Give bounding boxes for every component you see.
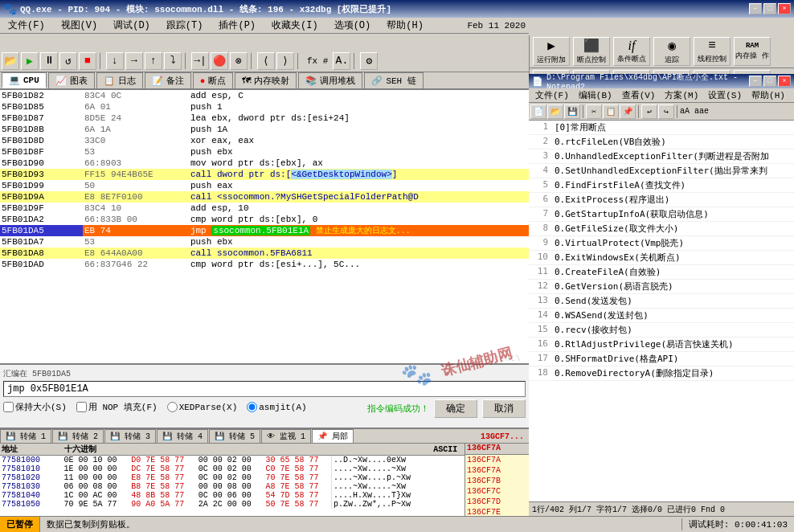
tab-seh[interactable]: 🔗 SEH 链 [364, 72, 423, 88]
np-tb-open[interactable]: 📂 [547, 104, 563, 119]
watch-tab-1[interactable]: 👁 监视 1 [261, 429, 311, 443]
local-tab[interactable]: 📌 局部 [312, 429, 354, 443]
table-row[interactable]: 5FB01D8B6A 1Apush 1A [0, 124, 529, 135]
np-tb-cut[interactable]: ✂ [586, 104, 602, 119]
table-row[interactable]: 77581050 70 9E 5A 77 90 A0 5A 77 2A 2C 0… [0, 500, 465, 509]
table-row[interactable]: 77581030 06 00 08 00 B8 7E 58 77 00 00 0… [0, 482, 465, 491]
tb-step-over[interactable]: → [125, 52, 143, 70]
table-row[interactable]: 5FB01DA5EB 74jmp ssocommon.5FB01E1A 禁止生成… [0, 225, 529, 236]
np-menu-view[interactable]: 查看(V) [619, 89, 659, 101]
menu-favorites[interactable]: 收藏夹(I) [267, 17, 323, 34]
list-item[interactable]: 170.SHFormatDrive(格盘API) [529, 352, 794, 366]
tab-memmap[interactable]: 🗺 内存映射 [235, 72, 297, 88]
tb-pause[interactable]: ⏸ [40, 52, 58, 70]
table-row[interactable]: 5FB01DA266:833B 00cmp word ptr ds:[ebx],… [0, 214, 529, 225]
tb-clear-bp[interactable]: ⊗ [230, 52, 248, 70]
table-row[interactable]: 5FB01D9AE8 8E7F0100call <ssocommon.?MySH… [0, 191, 529, 203]
menu-options[interactable]: 选项(O) [329, 17, 376, 34]
tab-log[interactable]: 📋 日志 [96, 72, 143, 88]
tb-step-into[interactable]: ↓ [106, 52, 124, 70]
table-row[interactable]: 77581040 1C 00 AC 00 48 8B 58 77 0C 00 0… [0, 491, 465, 500]
list-item[interactable]: 1[0]常用断点 [529, 121, 794, 135]
menu-plugins[interactable]: 插件(P) [214, 17, 260, 34]
minimize-button[interactable]: − [749, 3, 762, 14]
list-item[interactable]: 30.UnhandledExceptionFilter(判断进程是否附加 [529, 149, 794, 164]
tab-notes[interactable]: 📝 备注 [145, 72, 191, 88]
conditional-bp-button[interactable]: if条件断点 [613, 37, 650, 66]
list-item[interactable]: 110.CreateFileA(自效验) [529, 265, 794, 280]
tb-run-to-cursor[interactable]: →| [191, 52, 209, 70]
tb-options[interactable]: ⚙ [360, 52, 378, 70]
np-menu-file[interactable]: 文件(F) [532, 89, 572, 101]
asm-cancel-button[interactable]: 取消 [482, 399, 526, 418]
menu-file[interactable]: 文件(F) [3, 17, 50, 34]
list-item[interactable]: 90.VirtualProtect(Vmp脱壳) [529, 236, 794, 251]
asm-ok-button[interactable]: 确定 [434, 399, 477, 418]
notepad-max[interactable]: □ [763, 76, 776, 87]
np-tb-new[interactable]: 📄 [530, 104, 546, 119]
table-row[interactable]: 77581000 0E 00 10 00 D0 7E 58 77 00 00 0… [0, 456, 465, 465]
tb-redo[interactable]: ⟩ [276, 52, 294, 70]
notepad-content[interactable]: 1[0]常用断点 20.rtcFileLen(VB自效验) 30.Unhandl… [529, 121, 794, 501]
notepad-close[interactable]: × [778, 76, 791, 87]
tb-restart[interactable]: ↺ [59, 52, 77, 70]
table-row[interactable]: 5FB01D9066:8903mov word ptr ds:[ebx], ax [0, 158, 529, 169]
dump-tab-3[interactable]: 💾 转储 3 [104, 429, 156, 443]
memory-ops-button[interactable]: RAM内存操 作 [734, 37, 771, 66]
tb-toggle-bp[interactable]: 🔴 [211, 52, 228, 70]
tb-font[interactable]: A. [333, 52, 350, 70]
list-item[interactable]: 160.RtlAdjustPrivilege(易语言快速关机) [529, 338, 794, 352]
np-tb-paste[interactable]: 📌 [620, 104, 636, 119]
run-attach-button[interactable]: ▶运行附加 [533, 37, 570, 66]
np-menu-settings[interactable]: 设置(S) [705, 89, 745, 101]
table-row[interactable]: 5FB01DA8E8 644A0A00call ssocommon.5FBA68… [0, 248, 529, 259]
table-row[interactable]: 5FB01D856A 01push 1 [0, 101, 529, 113]
tab-breakpoints[interactable]: ● 断点 [193, 72, 234, 88]
tab-graph[interactable]: 📈 图表 [48, 72, 95, 88]
list-item[interactable]: 100.ExitWindowsEx(关机断点) [529, 251, 794, 265]
menu-trace[interactable]: 跟踪(T) [162, 17, 208, 34]
menu-debug[interactable]: 调试(D) [108, 17, 155, 34]
table-row[interactable]: 5FB01D9950push eax [0, 180, 529, 191]
list-item[interactable]: 130.Send(发送发包) [529, 294, 794, 309]
np-tb-copy[interactable]: 📋 [603, 104, 619, 119]
list-item[interactable]: 140.WSASend(发送封包) [529, 309, 794, 323]
list-item[interactable]: 20.rtcFileLen(VB自效验) [529, 135, 794, 149]
list-item[interactable]: 40.SetUnhandledExceptionFilter(抛出异常来判 [529, 164, 794, 178]
list-item[interactable]: 70.GetStartupInfoA(获取启动信息) [529, 207, 794, 222]
tb-undo[interactable]: ⟨ [257, 52, 275, 70]
tb-run-to-ret[interactable]: ⤵ [164, 52, 182, 70]
np-tb-undo[interactable]: ↩ [641, 104, 657, 119]
table-row[interactable]: 5FB01D878D5E 24lea ebx, dword ptr ds:[es… [0, 113, 529, 124]
list-item[interactable]: 60.ExitProcess(程序退出) [529, 193, 794, 207]
list-item[interactable]: 120.GetVersion(易语言脱壳) [529, 280, 794, 294]
trace-button[interactable]: ◉追踪 [653, 37, 690, 66]
menu-help[interactable]: 帮助(H) [382, 17, 428, 34]
xedparse-radio[interactable]: XEDParse(X) [167, 402, 238, 412]
keepsize-checkbox[interactable]: 保持大小(S) [3, 401, 67, 413]
table-row[interactable]: 5FB01D8F53push ebx [0, 146, 529, 158]
breakpoint-control-button[interactable]: ⬛断点控制 [573, 37, 610, 66]
list-item[interactable]: 80.GetFileSize(取文件大小) [529, 222, 794, 236]
table-row[interactable]: 5FB01D93FF15 94E4B65Ecall dword ptr ds:[… [0, 169, 529, 180]
table-row[interactable]: 5FB01D9F83C4 10add esp, 10 [0, 203, 529, 214]
asmjit-radio[interactable]: asmjit(A) [247, 402, 306, 412]
dump-tab-4[interactable]: 💾 转储 4 [157, 429, 208, 443]
close-button[interactable]: × [778, 3, 791, 14]
table-row[interactable]: 77581020 11 00 00 00 E8 7E 58 77 0C 00 0… [0, 473, 465, 482]
tab-callstack[interactable]: 📚 调用堆栈 [298, 72, 362, 88]
table-row[interactable]: 5FB01D8283C4 0Cadd esp, C [0, 90, 529, 101]
table-row[interactable]: 77581010 1E 00 00 00 DC 7E 58 77 0C 00 0… [0, 464, 465, 473]
asm-input[interactable] [3, 381, 526, 397]
list-item[interactable]: 50.FindFirstFileA(查找文件) [529, 178, 794, 193]
tb-stop[interactable]: ■ [79, 52, 96, 70]
table-row[interactable]: 5FB01DAD66:837G46 22cmp word ptr ds:[esi… [0, 259, 529, 270]
np-menu-help[interactable]: 帮助(H) [748, 89, 788, 101]
maximize-button[interactable]: □ [763, 3, 776, 14]
notepad-min[interactable]: − [749, 76, 762, 87]
np-menu-edit[interactable]: 编辑(B) [575, 89, 616, 101]
tb-step-out[interactable]: ↑ [145, 52, 162, 70]
np-menu-scheme[interactable]: 方案(M) [661, 89, 702, 101]
tab-cpu[interactable]: 💻 CPU [2, 72, 47, 88]
dump-tab-2[interactable]: 💾 转储 2 [52, 429, 104, 443]
